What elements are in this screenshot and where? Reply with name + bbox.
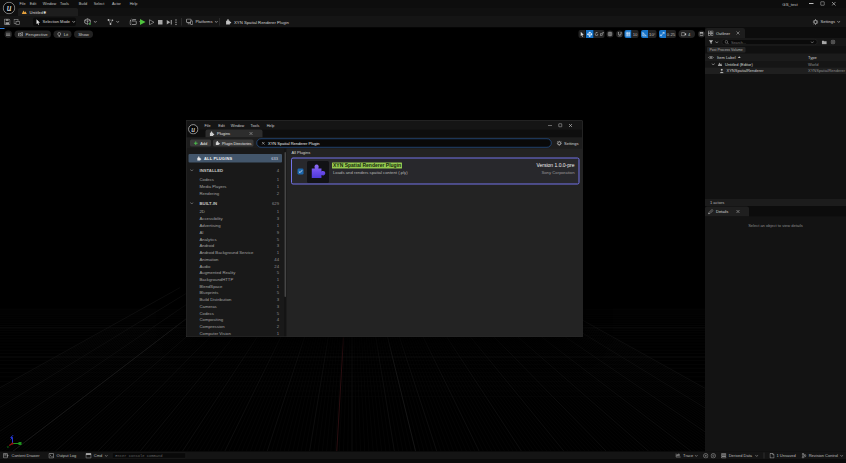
- svg-text:y: y: [7, 445, 9, 448]
- svg-text:u: u: [7, 3, 12, 13]
- svg-text:u: u: [191, 125, 195, 134]
